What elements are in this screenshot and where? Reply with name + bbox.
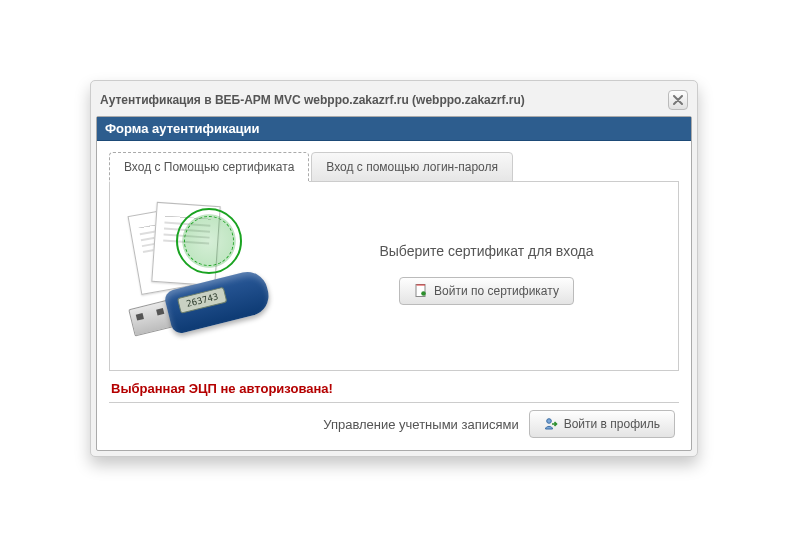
dialog-body: Форма аутентификации Вход с Помощью серт… — [96, 116, 692, 451]
tab-login-password[interactable]: Вход с помощью логин-пароля — [311, 152, 513, 182]
profile-login-icon — [544, 417, 558, 431]
section-header: Форма аутентификации — [97, 117, 691, 141]
certificate-file-icon — [414, 284, 428, 298]
login-by-certificate-label: Войти по сертификату — [434, 284, 559, 298]
certificate-action-area: Выберите сертификат для входа Войти по с… — [313, 243, 660, 305]
dialog-titlebar: Аутентификация в ВЕБ-АРМ MVC webppo.zaka… — [96, 86, 692, 116]
tab-panel-certificate: 263743 Выберите сертификат для входа Вой… — [109, 181, 679, 371]
login-by-certificate-button[interactable]: Войти по сертификату — [399, 277, 574, 305]
svg-point-2 — [546, 419, 551, 424]
content-area: Вход с Помощью сертификата Вход с помощь… — [97, 141, 691, 450]
error-message: Выбранная ЭЦП не авторизована! — [109, 371, 679, 402]
dialog-title: Аутентификация в ВЕБ-АРМ MVC webppo.zaka… — [100, 93, 525, 107]
account-management-label: Управление учетными записями — [323, 417, 518, 432]
certificate-prompt: Выберите сертификат для входа — [313, 243, 660, 259]
close-button[interactable] — [668, 90, 688, 110]
login-to-profile-label: Войти в профиль — [564, 417, 660, 431]
certificate-illustration: 263743 — [128, 204, 283, 344]
seal-icon — [176, 208, 242, 274]
login-to-profile-button[interactable]: Войти в профиль — [529, 410, 675, 438]
auth-dialog: Аутентификация в ВЕБ-АРМ MVC webppo.zaka… — [90, 80, 698, 457]
svg-point-1 — [421, 291, 426, 296]
footer-row: Управление учетными записями Войти в про… — [109, 402, 679, 442]
tab-strip: Вход с Помощью сертификата Вход с помощь… — [109, 151, 679, 181]
close-icon — [673, 95, 683, 105]
tab-certificate[interactable]: Вход с Помощью сертификата — [109, 152, 309, 182]
